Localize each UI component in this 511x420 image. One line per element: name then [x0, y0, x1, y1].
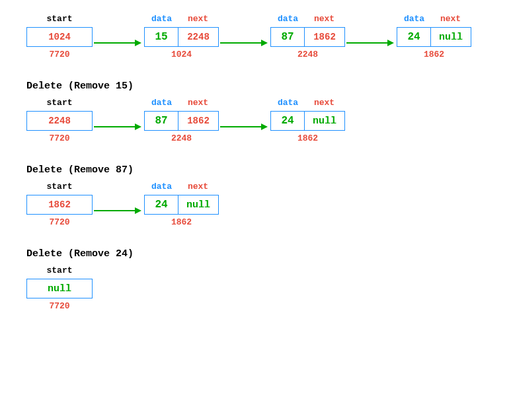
node-0: datanext8718622248	[144, 97, 219, 145]
next-label: next	[178, 13, 218, 25]
node-1: datanext8718622248	[270, 13, 345, 61]
node-data: 15	[145, 28, 178, 46]
start-label: start	[46, 265, 72, 277]
start-address: 7720	[49, 217, 69, 228]
node-next: null	[305, 112, 344, 130]
start-address: 7720	[49, 133, 69, 145]
node-header: datanext	[145, 13, 218, 25]
arrow-icon	[93, 208, 144, 213]
start-label: start	[46, 181, 72, 193]
state-0: start10247720datanext1522481024datanext8…	[13, 13, 498, 61]
node-data: 87	[145, 112, 178, 130]
next-label: next	[178, 97, 218, 109]
data-label: data	[272, 97, 305, 109]
node-next: 1862	[305, 28, 344, 46]
arrow-icon	[93, 40, 144, 46]
start-box: 2248	[26, 111, 93, 131]
node-address: 1862	[424, 49, 444, 61]
data-label: data	[398, 13, 431, 25]
start-pointer: start22487720	[26, 97, 93, 145]
start-pointer: start10247720	[26, 13, 93, 61]
node-address: 2248	[171, 133, 192, 145]
linked-list-row: start18627720datanext24null1862	[26, 181, 498, 228]
node-0: datanext24null1862	[144, 181, 219, 228]
data-label: data	[145, 13, 178, 25]
node-next: 2248	[178, 28, 218, 46]
state-3: Delete (Remove 24)startnull7720	[13, 248, 498, 312]
node-data: 24	[397, 28, 431, 46]
linked-list-row: startnull7720	[26, 265, 498, 312]
node-2: datanext24null1862	[397, 13, 471, 61]
node-box: 24null	[144, 195, 219, 215]
arrow-icon	[219, 40, 270, 46]
next-label: next	[431, 13, 471, 25]
node-box: 24null	[397, 27, 471, 47]
start-pointer: start18627720	[26, 181, 93, 228]
start-address: 7720	[49, 49, 69, 61]
node-header: datanext	[145, 181, 218, 193]
node-header: datanext	[272, 97, 344, 109]
data-label: data	[145, 181, 178, 193]
node-next: null	[431, 28, 471, 46]
node-box: 871862	[270, 27, 345, 47]
node-box: 871862	[144, 111, 219, 131]
node-1: datanext24null1862	[270, 97, 345, 145]
state-title: Delete (Remove 87)	[26, 164, 498, 176]
linked-list-row: start10247720datanext1522481024datanext8…	[26, 13, 498, 61]
start-box: 1862	[26, 195, 93, 215]
node-next: null	[178, 195, 218, 214]
linked-list-diagram: start10247720datanext1522481024datanext8…	[13, 13, 498, 312]
arrow-icon	[219, 124, 270, 129]
node-header: datanext	[272, 13, 344, 25]
next-label: next	[178, 181, 218, 193]
state-2: Delete (Remove 87)start18627720datanext2…	[13, 164, 498, 228]
node-next: 1862	[178, 112, 218, 130]
start-address: 7720	[49, 300, 69, 312]
start-pointer: startnull7720	[26, 265, 93, 312]
node-data: 87	[271, 28, 305, 46]
data-label: data	[272, 13, 305, 25]
arrow-icon	[345, 40, 397, 46]
start-box: null	[26, 279, 93, 298]
start-label: start	[46, 13, 72, 25]
node-address: 1024	[171, 49, 192, 61]
start-label: start	[46, 97, 72, 109]
data-label: data	[145, 97, 178, 109]
state-title: Delete (Remove 24)	[26, 248, 498, 260]
state-1: Delete (Remove 15)start22487720datanext8…	[13, 81, 498, 145]
linked-list-row: start22487720datanext8718622248datanext2…	[26, 97, 498, 145]
node-header: datanext	[398, 13, 471, 25]
node-box: 24null	[270, 111, 345, 131]
node-data: 24	[271, 112, 305, 130]
node-address: 1862	[297, 133, 318, 145]
arrow-icon	[93, 124, 144, 129]
next-label: next	[305, 97, 344, 109]
node-header: datanext	[145, 97, 218, 109]
node-address: 1862	[171, 217, 192, 228]
node-address: 2248	[297, 49, 318, 61]
start-box: 1024	[26, 27, 93, 47]
next-label: next	[305, 13, 344, 25]
state-title: Delete (Remove 15)	[26, 81, 498, 92]
node-0: datanext1522481024	[144, 13, 219, 61]
node-box: 152248	[144, 27, 219, 47]
node-data: 24	[145, 195, 178, 214]
